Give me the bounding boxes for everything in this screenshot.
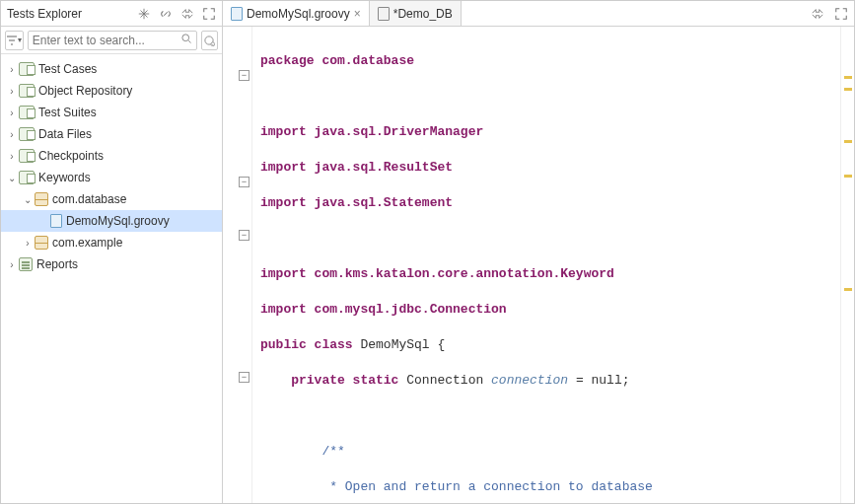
filter-dropdown[interactable]: ▾ <box>5 31 24 50</box>
search-box <box>28 31 197 50</box>
svg-point-2 <box>211 41 215 45</box>
fold-toggle[interactable]: − <box>239 230 249 241</box>
code-scroll[interactable]: package com.database import java.sql.Dri… <box>252 27 854 503</box>
tab-demomysql[interactable]: DemoMySql.groovy × <box>223 1 370 26</box>
search-icon[interactable] <box>180 33 192 47</box>
search-row: ▾ <box>1 27 222 54</box>
minimize-icon[interactable] <box>178 5 196 23</box>
folder-icon <box>19 127 35 141</box>
fold-toggle[interactable]: − <box>239 70 249 81</box>
tab-demo-db[interactable]: *Demo_DB <box>370 1 462 26</box>
tab-label: DemoMySql.groovy <box>247 7 350 21</box>
code-line: import com.mysql.jdbc.Connection <box>260 302 507 317</box>
editor-wrap: − − − − package com.database import java… <box>223 27 854 503</box>
sidebar: Tests Explorer ▾ ›Test Cases ›Obje <box>1 1 223 503</box>
warning-marker[interactable] <box>844 76 852 79</box>
code-line: private static Connection connection = n… <box>260 372 854 390</box>
code-line: /** <box>260 444 345 459</box>
tree-item-checkpoints[interactable]: ›Checkpoints <box>1 145 222 167</box>
warning-strip <box>840 27 854 503</box>
tree-item-file-demomysql[interactable]: DemoMySql.groovy <box>1 210 222 232</box>
maximize-icon[interactable] <box>832 5 850 23</box>
code-line: public class DemoMySql { <box>260 336 854 354</box>
code-line: package com.database <box>260 53 414 68</box>
file-icon <box>50 214 62 228</box>
sidebar-title: Tests Explorer <box>5 7 131 21</box>
warning-marker[interactable] <box>844 175 852 178</box>
maximize-icon[interactable] <box>200 5 218 23</box>
folder-icon <box>19 149 35 163</box>
folder-icon <box>19 84 35 98</box>
code-line: import java.sql.ResultSet <box>260 160 453 175</box>
minimize-icon[interactable] <box>809 5 826 23</box>
package-icon <box>35 192 48 206</box>
code-line: import com.kms.katalon.core.annotation.K… <box>260 266 614 281</box>
fold-toggle[interactable]: − <box>239 177 249 187</box>
tree-item-test-cases[interactable]: ›Test Cases <box>1 58 222 80</box>
tree-item-package-example[interactable]: ›com.example <box>1 232 222 253</box>
close-icon[interactable]: × <box>354 7 361 21</box>
warning-marker[interactable] <box>844 88 852 91</box>
code-line <box>260 88 854 106</box>
tree-item-object-repository[interactable]: ›Object Repository <box>1 80 222 102</box>
tree-item-keywords[interactable]: ⌄Keywords <box>1 167 222 188</box>
code-area[interactable]: package com.database import java.sql.Dri… <box>252 27 854 503</box>
tree-item-reports[interactable]: ›Reports <box>1 253 222 275</box>
db-icon <box>378 7 390 21</box>
link-icon[interactable] <box>157 5 175 23</box>
warning-marker[interactable] <box>844 140 852 143</box>
folder-icon <box>19 171 35 184</box>
warning-marker[interactable] <box>844 288 852 291</box>
search-input[interactable] <box>33 34 180 47</box>
editor-main: DemoMySql.groovy × *Demo_DB − − − − pack… <box>223 1 854 503</box>
sidebar-header: Tests Explorer <box>1 1 222 27</box>
fold-toggle[interactable]: − <box>239 372 249 383</box>
code-line <box>260 230 854 248</box>
svg-point-0 <box>182 35 189 41</box>
tree-item-data-files[interactable]: ›Data Files <box>1 123 222 145</box>
code-line: * Open and return a connection to databa… <box>260 479 653 494</box>
code-line <box>260 407 854 425</box>
code-line: import java.sql.Statement <box>260 195 453 210</box>
folder-icon <box>19 62 35 76</box>
code-line: import java.sql.DriverManager <box>260 124 483 139</box>
tree-item-test-suites[interactable]: ›Test Suites <box>1 102 222 123</box>
report-icon <box>19 257 33 271</box>
history-icon[interactable] <box>201 31 218 50</box>
tree-item-package-database[interactable]: ⌄com.database <box>1 188 222 210</box>
file-icon <box>231 7 243 21</box>
collapse-icon[interactable] <box>135 5 153 23</box>
folder-icon <box>19 106 35 119</box>
tab-tools <box>805 1 854 26</box>
tab-label: *Demo_DB <box>393 7 453 21</box>
tab-bar: DemoMySql.groovy × *Demo_DB <box>223 1 854 27</box>
package-icon <box>35 236 48 250</box>
gutter: − − − − <box>223 27 252 503</box>
tree: ›Test Cases ›Object Repository ›Test Sui… <box>1 54 222 503</box>
